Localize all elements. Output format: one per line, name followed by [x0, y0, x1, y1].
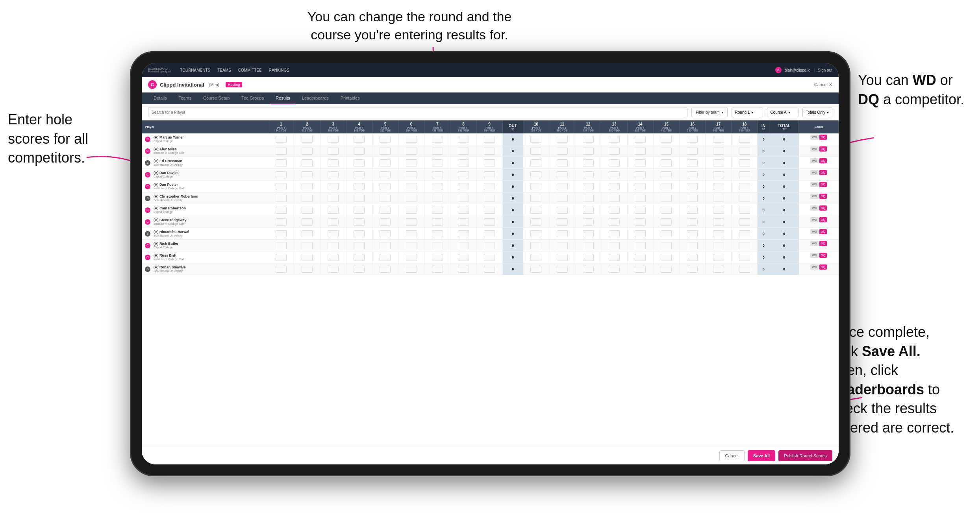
score-cell-1[interactable]: [268, 181, 294, 192]
score-cell-17[interactable]: [706, 192, 732, 204]
score-cell-14[interactable]: [627, 145, 653, 157]
score-cell-6[interactable]: [398, 133, 424, 145]
score-cell-15[interactable]: [653, 192, 679, 204]
score-cell-9[interactable]: [476, 263, 502, 275]
tab-teams[interactable]: Teams: [173, 92, 197, 104]
score-cell-3[interactable]: [320, 157, 346, 169]
score-cell-6[interactable]: [398, 204, 424, 216]
score-input-h13[interactable]: [609, 171, 620, 178]
score-input-h4[interactable]: [354, 183, 365, 190]
score-input-h11[interactable]: [557, 136, 568, 143]
score-input-h10[interactable]: [530, 195, 541, 202]
score-cell-17[interactable]: [706, 181, 732, 192]
tab-results[interactable]: Results: [270, 92, 296, 104]
wd-button[interactable]: WD: [810, 205, 819, 211]
score-input-h13[interactable]: [609, 195, 620, 202]
score-cell-13[interactable]: [601, 228, 627, 240]
score-cell-11[interactable]: [549, 216, 575, 228]
score-cell-6[interactable]: [398, 192, 424, 204]
score-input-h5[interactable]: [380, 159, 391, 166]
score-input-h11[interactable]: [557, 230, 568, 237]
score-cell-7[interactable]: [424, 192, 450, 204]
score-input-h7[interactable]: [432, 159, 443, 166]
score-input-h3[interactable]: [328, 195, 339, 202]
score-cell-18[interactable]: [732, 181, 758, 192]
score-input-h6[interactable]: [406, 195, 417, 202]
score-input-h17[interactable]: [713, 230, 724, 237]
score-input-h14[interactable]: [635, 207, 646, 214]
score-cell-15[interactable]: [653, 145, 679, 157]
score-input-h16[interactable]: [687, 266, 698, 273]
score-cell-4[interactable]: [346, 204, 372, 216]
score-input-h4[interactable]: [354, 266, 365, 273]
score-cell-4[interactable]: [346, 251, 372, 263]
score-input-h17[interactable]: [713, 148, 724, 155]
score-input-h1[interactable]: [276, 183, 287, 190]
score-cell-10[interactable]: [523, 169, 549, 181]
score-cell-16[interactable]: [679, 133, 705, 145]
score-input-h15[interactable]: [661, 136, 672, 143]
score-input-h18[interactable]: [739, 171, 750, 178]
score-cell-4[interactable]: [346, 181, 372, 192]
score-input-h2[interactable]: [302, 266, 313, 273]
score-input-h16[interactable]: [687, 230, 698, 237]
score-input-h9[interactable]: [484, 242, 495, 249]
score-cell-12[interactable]: [575, 133, 601, 145]
score-cell-8[interactable]: [450, 216, 476, 228]
score-input-h2[interactable]: [302, 230, 313, 237]
score-cell-15[interactable]: [653, 240, 679, 251]
score-cell-2[interactable]: [294, 240, 320, 251]
score-input-h13[interactable]: [609, 218, 620, 226]
nav-link-tournaments[interactable]: TOURNAMENTS: [180, 68, 210, 72]
wd-button[interactable]: WD: [810, 194, 819, 199]
score-input-h6[interactable]: [406, 148, 417, 155]
score-cell-15[interactable]: [653, 133, 679, 145]
score-cell-13[interactable]: [601, 157, 627, 169]
score-cell-15[interactable]: [653, 157, 679, 169]
score-cell-9[interactable]: [476, 157, 502, 169]
score-cell-2[interactable]: [294, 192, 320, 204]
score-input-h7[interactable]: [432, 230, 443, 237]
score-input-h4[interactable]: [354, 254, 365, 261]
publish-button[interactable]: Publish Round Scores: [778, 450, 832, 461]
score-input-h4[interactable]: [354, 148, 365, 155]
score-input-h17[interactable]: [713, 218, 724, 226]
score-input-h16[interactable]: [687, 183, 698, 190]
score-cell-18[interactable]: [732, 228, 758, 240]
score-input-h13[interactable]: [609, 207, 620, 214]
score-input-h13[interactable]: [609, 183, 620, 190]
score-cell-4[interactable]: [346, 169, 372, 181]
score-cell-6[interactable]: [398, 145, 424, 157]
score-cell-15[interactable]: [653, 216, 679, 228]
score-input-h13[interactable]: [609, 159, 620, 166]
score-input-h9[interactable]: [484, 159, 495, 166]
score-input-h9[interactable]: [484, 254, 495, 261]
nav-link-rankings[interactable]: RANKINGS: [269, 68, 289, 72]
score-cell-8[interactable]: [450, 240, 476, 251]
score-input-h9[interactable]: [484, 183, 495, 190]
score-cell-12[interactable]: [575, 216, 601, 228]
score-cell-10[interactable]: [523, 240, 549, 251]
score-input-h17[interactable]: [713, 207, 724, 214]
score-cell-18[interactable]: [732, 192, 758, 204]
score-cell-14[interactable]: [627, 157, 653, 169]
score-input-h11[interactable]: [557, 195, 568, 202]
score-input-h17[interactable]: [713, 254, 724, 261]
dq-button[interactable]: DQ: [819, 205, 827, 211]
score-cell-14[interactable]: [627, 192, 653, 204]
score-input-h9[interactable]: [484, 136, 495, 143]
score-cell-3[interactable]: [320, 263, 346, 275]
score-cell-16[interactable]: [679, 157, 705, 169]
score-input-h6[interactable]: [406, 254, 417, 261]
score-input-h15[interactable]: [661, 159, 672, 166]
score-input-h12[interactable]: [583, 159, 594, 166]
score-input-h10[interactable]: [530, 266, 541, 273]
score-input-h7[interactable]: [432, 242, 443, 249]
score-input-h11[interactable]: [557, 266, 568, 273]
score-cell-4[interactable]: [346, 192, 372, 204]
score-cell-13[interactable]: [601, 192, 627, 204]
score-cell-16[interactable]: [679, 169, 705, 181]
score-input-h15[interactable]: [661, 183, 672, 190]
search-input[interactable]: [148, 107, 687, 117]
score-input-h18[interactable]: [739, 148, 750, 155]
